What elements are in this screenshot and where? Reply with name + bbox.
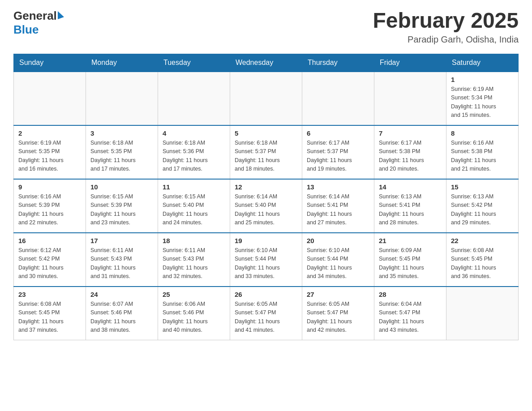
calendar-cell: 24Sunrise: 6:07 AM Sunset: 5:46 PM Dayli…: [86, 287, 158, 340]
day-info: Sunrise: 6:05 AM Sunset: 5:47 PM Dayligh…: [235, 300, 297, 335]
day-number: 21: [379, 237, 442, 244]
weekday-header-thursday: Thursday: [302, 54, 374, 72]
calendar-week-5: 23Sunrise: 6:08 AM Sunset: 5:45 PM Dayli…: [14, 287, 519, 340]
day-number: 4: [163, 129, 225, 137]
day-info: Sunrise: 6:19 AM Sunset: 5:34 PM Dayligh…: [451, 85, 514, 120]
day-number: 13: [307, 183, 369, 191]
calendar-cell: 27Sunrise: 6:05 AM Sunset: 5:47 PM Dayli…: [302, 287, 374, 340]
day-info: Sunrise: 6:08 AM Sunset: 5:45 PM Dayligh…: [451, 246, 514, 281]
day-info: Sunrise: 6:13 AM Sunset: 5:42 PM Dayligh…: [451, 193, 514, 227]
day-info: Sunrise: 6:06 AM Sunset: 5:46 PM Dayligh…: [163, 300, 225, 335]
day-number: 14: [379, 183, 442, 191]
calendar-cell: [302, 72, 374, 125]
calendar-cell: 16Sunrise: 6:12 AM Sunset: 5:42 PM Dayli…: [14, 233, 86, 287]
day-info: Sunrise: 6:18 AM Sunset: 5:36 PM Dayligh…: [163, 139, 225, 174]
day-number: 6: [307, 129, 369, 137]
day-info: Sunrise: 6:18 AM Sunset: 5:37 PM Dayligh…: [235, 139, 297, 174]
day-info: Sunrise: 6:19 AM Sunset: 5:35 PM Dayligh…: [18, 139, 81, 174]
day-info: Sunrise: 6:16 AM Sunset: 5:39 PM Dayligh…: [18, 193, 81, 227]
calendar-cell: [374, 72, 446, 125]
day-number: 25: [163, 291, 225, 298]
day-info: Sunrise: 6:15 AM Sunset: 5:39 PM Dayligh…: [90, 193, 153, 227]
month-title: February 2025: [373, 9, 519, 33]
day-number: 2: [18, 129, 81, 137]
logo-general-text: General: [13, 9, 57, 23]
day-number: 16: [18, 237, 81, 244]
day-number: 22: [451, 237, 514, 244]
day-number: 24: [90, 291, 153, 298]
day-info: Sunrise: 6:05 AM Sunset: 5:47 PM Dayligh…: [307, 300, 369, 335]
day-info: Sunrise: 6:12 AM Sunset: 5:42 PM Dayligh…: [18, 246, 81, 281]
calendar-cell: 13Sunrise: 6:14 AM Sunset: 5:41 PM Dayli…: [302, 179, 374, 233]
day-number: 1: [451, 76, 514, 83]
calendar-cell: 11Sunrise: 6:15 AM Sunset: 5:40 PM Dayli…: [158, 179, 230, 233]
day-number: 18: [163, 237, 225, 244]
calendar-header-row: SundayMondayTuesdayWednesdayThursdayFrid…: [14, 54, 519, 72]
calendar-cell: 18Sunrise: 6:11 AM Sunset: 5:43 PM Dayli…: [158, 233, 230, 287]
calendar-cell: [14, 72, 86, 125]
day-info: Sunrise: 6:16 AM Sunset: 5:38 PM Dayligh…: [451, 139, 514, 174]
day-info: Sunrise: 6:15 AM Sunset: 5:40 PM Dayligh…: [163, 193, 225, 227]
day-info: Sunrise: 6:10 AM Sunset: 5:44 PM Dayligh…: [235, 246, 297, 281]
calendar-cell: [158, 72, 230, 125]
day-number: 7: [379, 129, 442, 137]
page-header: General Blue February 2025 Paradip Garh,…: [13, 9, 519, 45]
day-info: Sunrise: 6:13 AM Sunset: 5:41 PM Dayligh…: [379, 193, 442, 227]
calendar-cell: 9Sunrise: 6:16 AM Sunset: 5:39 PM Daylig…: [14, 179, 86, 233]
calendar-cell: 10Sunrise: 6:15 AM Sunset: 5:39 PM Dayli…: [86, 179, 158, 233]
calendar-cell: 8Sunrise: 6:16 AM Sunset: 5:38 PM Daylig…: [446, 125, 519, 179]
calendar-cell: 20Sunrise: 6:10 AM Sunset: 5:44 PM Dayli…: [302, 233, 374, 287]
calendar-cell: 23Sunrise: 6:08 AM Sunset: 5:45 PM Dayli…: [14, 287, 86, 340]
calendar-cell: 5Sunrise: 6:18 AM Sunset: 5:37 PM Daylig…: [230, 125, 302, 179]
calendar-cell: 26Sunrise: 6:05 AM Sunset: 5:47 PM Dayli…: [230, 287, 302, 340]
calendar-cell: 6Sunrise: 6:17 AM Sunset: 5:37 PM Daylig…: [302, 125, 374, 179]
calendar-cell: 7Sunrise: 6:17 AM Sunset: 5:38 PM Daylig…: [374, 125, 446, 179]
day-number: 20: [307, 237, 369, 244]
day-number: 10: [90, 183, 153, 191]
logo-blue-text: Blue: [13, 23, 39, 37]
calendar-week-2: 2Sunrise: 6:19 AM Sunset: 5:35 PM Daylig…: [14, 125, 519, 179]
calendar-cell: 25Sunrise: 6:06 AM Sunset: 5:46 PM Dayli…: [158, 287, 230, 340]
calendar-cell: [446, 287, 519, 340]
day-info: Sunrise: 6:08 AM Sunset: 5:45 PM Dayligh…: [18, 300, 81, 335]
day-number: 15: [451, 183, 514, 191]
day-number: 5: [235, 129, 297, 137]
calendar-cell: 15Sunrise: 6:13 AM Sunset: 5:42 PM Dayli…: [446, 179, 519, 233]
day-number: 26: [235, 291, 297, 298]
day-info: Sunrise: 6:04 AM Sunset: 5:47 PM Dayligh…: [379, 300, 442, 335]
day-number: 27: [307, 291, 369, 298]
day-number: 23: [18, 291, 81, 298]
calendar-cell: 12Sunrise: 6:14 AM Sunset: 5:40 PM Dayli…: [230, 179, 302, 233]
calendar-cell: [86, 72, 158, 125]
weekday-header-wednesday: Wednesday: [230, 54, 302, 72]
logo: General Blue: [13, 9, 64, 37]
calendar-cell: 19Sunrise: 6:10 AM Sunset: 5:44 PM Dayli…: [230, 233, 302, 287]
calendar-cell: 1Sunrise: 6:19 AM Sunset: 5:34 PM Daylig…: [446, 72, 519, 125]
calendar-cell: 21Sunrise: 6:09 AM Sunset: 5:45 PM Dayli…: [374, 233, 446, 287]
calendar-table: SundayMondayTuesdayWednesdayThursdayFrid…: [13, 54, 519, 341]
weekday-header-tuesday: Tuesday: [158, 54, 230, 72]
calendar-cell: 3Sunrise: 6:18 AM Sunset: 5:35 PM Daylig…: [86, 125, 158, 179]
calendar-cell: 28Sunrise: 6:04 AM Sunset: 5:47 PM Dayli…: [374, 287, 446, 340]
title-section: February 2025 Paradip Garh, Odisha, Indi…: [373, 9, 519, 45]
weekday-header-friday: Friday: [374, 54, 446, 72]
calendar-cell: 22Sunrise: 6:08 AM Sunset: 5:45 PM Dayli…: [446, 233, 519, 287]
day-number: 8: [451, 129, 514, 137]
calendar-week-1: 1Sunrise: 6:19 AM Sunset: 5:34 PM Daylig…: [14, 72, 519, 125]
day-info: Sunrise: 6:11 AM Sunset: 5:43 PM Dayligh…: [90, 246, 153, 281]
logo-arrow-icon: [58, 11, 64, 21]
day-info: Sunrise: 6:14 AM Sunset: 5:41 PM Dayligh…: [307, 193, 369, 227]
day-info: Sunrise: 6:10 AM Sunset: 5:44 PM Dayligh…: [307, 246, 369, 281]
day-number: 19: [235, 237, 297, 244]
location-text: Paradip Garh, Odisha, India: [373, 34, 519, 45]
calendar-cell: 2Sunrise: 6:19 AM Sunset: 5:35 PM Daylig…: [14, 125, 86, 179]
day-number: 3: [90, 129, 153, 137]
day-info: Sunrise: 6:17 AM Sunset: 5:37 PM Dayligh…: [307, 139, 369, 174]
day-info: Sunrise: 6:11 AM Sunset: 5:43 PM Dayligh…: [163, 246, 225, 281]
day-info: Sunrise: 6:09 AM Sunset: 5:45 PM Dayligh…: [379, 246, 442, 281]
calendar-cell: 14Sunrise: 6:13 AM Sunset: 5:41 PM Dayli…: [374, 179, 446, 233]
day-number: 9: [18, 183, 81, 191]
day-info: Sunrise: 6:14 AM Sunset: 5:40 PM Dayligh…: [235, 193, 297, 227]
day-info: Sunrise: 6:17 AM Sunset: 5:38 PM Dayligh…: [379, 139, 442, 174]
day-info: Sunrise: 6:18 AM Sunset: 5:35 PM Dayligh…: [90, 139, 153, 174]
